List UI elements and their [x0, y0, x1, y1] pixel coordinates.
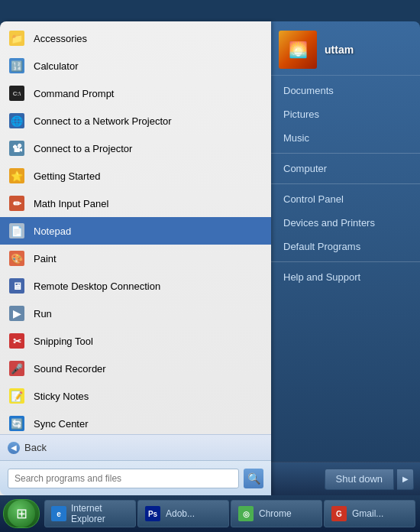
taskbar-apps: eInternet ExplorerPsAdob...◎ChromeGGmail…: [44, 500, 415, 527]
calc-icon: 🔢: [6, 55, 27, 76]
right-menu-items: DocumentsPicturesMusicComputerControl Pa…: [271, 76, 420, 462]
taskbar-app-chrome[interactable]: ◎Chrome: [231, 500, 322, 527]
taskbar-app-label: Internet Explorer: [71, 503, 129, 524]
menu-item-label: Sticky Notes: [34, 391, 89, 402]
right-menu-item-control-panel[interactable]: Control Panel: [271, 187, 420, 211]
right-divider: [271, 153, 420, 154]
right-menu-item-devices-printers[interactable]: Devices and Printers: [271, 211, 420, 235]
menu-item-label: Remote Desktop Connection: [34, 281, 160, 292]
menu-list: 📁Accessories🔢CalculatorC:\Command Prompt…: [0, 21, 271, 434]
menu-item-accessories[interactable]: 📁Accessories: [0, 24, 271, 52]
menu-item-label: Connect to a Projector: [34, 143, 132, 154]
taskbar-app-label: Chrome: [259, 508, 292, 519]
shutdown-arrow-button[interactable]: ▶: [397, 469, 414, 490]
cmd-icon: C:\: [6, 83, 27, 104]
menu-item-connect-projector[interactable]: 📽Connect to a Projector: [0, 135, 271, 162]
windows-logo-icon: ⊞: [16, 505, 27, 522]
right-panel: 🌅 uttam DocumentsPicturesMusicComputerCo…: [271, 21, 420, 495]
folder-icon: 📁: [6, 28, 27, 49]
right-menu-item-help-support[interactable]: Help and Support: [271, 265, 420, 289]
menu-item-getting-started[interactable]: ⭐Getting Started: [0, 162, 271, 190]
sticky-icon: 📝: [6, 385, 27, 407]
right-menu-item-pictures[interactable]: Pictures: [271, 102, 420, 126]
remote-icon: 🖥: [6, 275, 27, 297]
paint-icon: 🎨: [6, 248, 27, 269]
notepad-icon: 📄: [6, 220, 27, 242]
menu-item-label: Getting Started: [34, 170, 100, 182]
start-icon: ⭐: [6, 165, 27, 187]
projector-icon: 📽: [6, 138, 27, 159]
shutdown-button[interactable]: Shut down: [325, 469, 394, 490]
menu-item-sync-center[interactable]: 🔄Sync Center: [0, 410, 271, 434]
taskbar-app-gmail[interactable]: GGmail...: [324, 500, 415, 527]
photoshop-taskbar-icon: Ps: [144, 505, 161, 522]
right-divider: [271, 183, 420, 184]
user-section: 🌅 uttam: [271, 21, 420, 76]
menu-item-sticky-notes[interactable]: 📝Sticky Notes: [0, 382, 271, 410]
menu-item-paint[interactable]: 🎨Paint: [0, 245, 271, 272]
menu-item-run[interactable]: ▶Run: [0, 300, 271, 327]
menu-item-remote-desktop[interactable]: 🖥Remote Desktop Connection: [0, 272, 271, 300]
menu-item-label: Connect to a Network Projector: [34, 115, 172, 127]
user-name: uttam: [325, 44, 354, 56]
menu-item-connect-network-projector[interactable]: 🌐Connect to a Network Projector: [0, 107, 271, 135]
network-icon: 🌐: [6, 110, 27, 131]
ie-taskbar-icon: e: [51, 505, 66, 522]
search-input[interactable]: [8, 469, 239, 488]
menu-item-notepad[interactable]: 📄Notepad: [0, 217, 271, 245]
back-label: Back: [24, 442, 47, 453]
back-bar: ◀ Back: [0, 434, 271, 460]
menu-item-label: Calculator: [34, 60, 79, 72]
right-menu-item-music[interactable]: Music: [271, 126, 420, 150]
menu-item-math-input[interactable]: ✏Math Input Panel: [0, 190, 271, 217]
search-bar: 🔍: [0, 460, 271, 495]
left-panel: 📁Accessories🔢CalculatorC:\Command Prompt…: [0, 21, 271, 495]
sound-icon: 🎤: [6, 358, 27, 379]
math-icon: ✏: [6, 193, 27, 214]
right-menu-item-documents[interactable]: Documents: [271, 79, 420, 102]
menu-item-label: Paint: [34, 253, 57, 264]
menu-item-label: Sound Recorder: [34, 363, 106, 375]
taskbar: ⊞ eInternet ExplorerPsAdob...◎ChromeGGma…: [0, 495, 420, 532]
menu-item-label: Math Input Panel: [34, 198, 108, 209]
chrome-taskbar-icon: ◎: [237, 505, 254, 522]
windows-orb: ⊞: [8, 500, 35, 527]
menu-item-label: Accessories: [34, 33, 87, 44]
search-button[interactable]: 🔍: [244, 469, 263, 488]
start-menu: 📁Accessories🔢CalculatorC:\Command Prompt…: [0, 0, 420, 495]
menu-item-label: Snipping Tool: [34, 336, 93, 347]
right-menu-item-computer[interactable]: Computer: [271, 157, 420, 180]
snip-icon: ✂: [6, 330, 27, 352]
menu-item-label: Notepad: [34, 225, 71, 237]
menu-item-label: Command Prompt: [34, 88, 114, 99]
menu-item-command-prompt[interactable]: C:\Command Prompt: [0, 79, 271, 107]
sync-icon: 🔄: [6, 413, 27, 434]
gmail-taskbar-icon: G: [331, 505, 347, 522]
menu-item-calculator[interactable]: 🔢Calculator: [0, 52, 271, 79]
start-button[interactable]: ⊞: [3, 499, 40, 528]
taskbar-app-label: Gmail...: [352, 508, 383, 519]
menu-item-snipping[interactable]: ✂Snipping Tool: [0, 327, 271, 355]
right-menu-item-default-programs[interactable]: Default Programs: [271, 235, 420, 258]
run-icon: ▶: [6, 303, 27, 324]
taskbar-app-photoshop[interactable]: PsAdob...: [137, 500, 229, 527]
menu-item-label: Run: [34, 308, 52, 320]
shutdown-bar: Shut down ▶: [271, 462, 420, 495]
menu-item-label: Sync Center: [34, 418, 89, 430]
taskbar-app-ie[interactable]: eInternet Explorer: [44, 500, 136, 527]
right-divider: [271, 261, 420, 262]
taskbar-app-label: Adob...: [166, 508, 195, 519]
user-avatar: 🌅: [279, 31, 317, 69]
back-arrow-btn[interactable]: ◀: [8, 442, 20, 454]
menu-item-sound-recorder[interactable]: 🎤Sound Recorder: [0, 355, 271, 382]
